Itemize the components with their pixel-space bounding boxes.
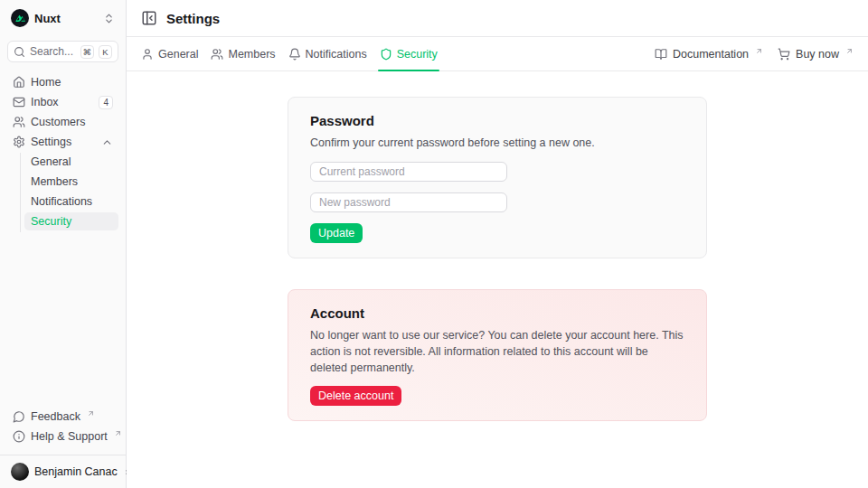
user-icon [141,48,154,61]
account-card-description: No longer want to use our service? You c… [310,327,684,376]
password-card-title: Password [310,113,684,129]
external-link-icon [114,429,122,437]
book-open-icon [655,48,667,61]
documentation-link[interactable]: Documentation [655,47,763,61]
shopping-cart-icon [778,48,790,61]
workspace-selector[interactable]: Nuxt [7,7,118,29]
sidebar-item-settings[interactable]: Settings [7,133,118,151]
users-icon [211,48,223,61]
tab-label: General [158,48,198,61]
content-area: Password Confirm your current password b… [127,71,868,488]
sidebar-item-members[interactable]: Members [24,173,118,191]
sidebar-item-label: Home [31,76,61,89]
panel-left-close-icon [141,10,157,26]
shield-icon [380,48,392,61]
app: Nuxt Search... ⌘ K Home Inbox 4 [0,0,868,488]
workspace-name: Nuxt [34,12,98,25]
feedback-link[interactable]: Feedback [7,408,118,426]
chevrons-up-down-icon [103,13,115,24]
tab-notifications[interactable]: Notifications [288,37,367,70]
footer-item-label: Help & Support [31,430,108,443]
kbd-cmd: ⌘ [80,45,95,59]
sidebar-footer: Feedback Help & Support [0,408,126,451]
search-icon [14,46,25,58]
help-support-link[interactable]: Help & Support [7,427,118,446]
account-card-title: Account [310,305,684,322]
tab-label: Notifications [306,48,367,61]
page-header: Settings [127,0,868,37]
chevron-up-icon [101,136,113,148]
collapse-sidebar-button[interactable] [141,10,157,26]
toolbar-links: Documentation Buy now [655,47,854,61]
kbd-k: K [99,45,112,59]
settings-tabs-bar: General Members Notifications Security D… [127,37,868,71]
tab-members[interactable]: Members [211,37,275,70]
toolbar-link-label: Buy now [796,48,839,61]
external-link-icon [87,409,95,418]
account-card: Account No longer want to use our servic… [288,289,707,420]
search-input[interactable]: Search... ⌘ K [7,41,118,62]
sidebar-item-notifications[interactable]: Notifications [24,192,118,211]
user-menu[interactable]: Benjamin Canac [0,455,126,488]
sidebar-item-general[interactable]: General [24,153,118,171]
sidebar-item-security[interactable]: Security [24,212,118,230]
tab-label: Security [397,48,438,61]
sidebar-item-label: Customers [31,116,85,128]
sidebar-nav: Home Inbox 4 Customers Settings [7,73,118,232]
home-icon [13,76,25,89]
sidebar-item-customers[interactable]: Customers [7,113,118,131]
new-password-field[interactable] [310,192,507,212]
sidebar-item-label: Notifications [31,195,92,208]
sidebar-top: Nuxt Search... ⌘ K Home Inbox 4 [0,0,126,232]
users-icon [13,116,25,128]
sidebar-item-home[interactable]: Home [7,73,118,91]
external-link-icon [755,47,763,55]
tab-label: Members [228,48,275,61]
current-password-field[interactable] [310,162,507,182]
update-password-button[interactable]: Update [310,223,363,243]
main-panel: Settings General Members Notifications S… [127,0,868,488]
inbox-icon [13,96,25,108]
sidebar-item-inbox[interactable]: Inbox 4 [7,93,118,111]
user-name: Benjamin Canac [34,465,118,478]
sidebar-item-label: Members [31,175,78,188]
sidebar-item-label: Security [31,215,71,228]
sidebar-item-label: Inbox [31,96,59,108]
external-link-icon [845,47,854,55]
nuxt-logo-icon [11,9,29,27]
avatar [11,463,29,481]
settings-subnav: General Members Notifications Security [20,153,118,232]
message-circle-icon [13,410,25,423]
sidebar: Nuxt Search... ⌘ K Home Inbox 4 [0,0,127,488]
password-card: Password Confirm your current password b… [288,97,707,258]
buy-now-link[interactable]: Buy now [778,47,854,61]
search-placeholder: Search... [30,45,76,58]
password-card-description: Confirm your current password before set… [310,135,684,151]
page-title: Settings [166,11,220,26]
inbox-count-badge: 4 [99,96,113,109]
info-circle-icon [13,430,25,443]
gear-icon [13,136,25,148]
sidebar-item-label: General [31,155,71,168]
toolbar-link-label: Documentation [673,48,749,61]
tab-general[interactable]: General [141,37,198,70]
footer-item-label: Feedback [31,410,80,423]
tab-security[interactable]: Security [380,37,438,70]
sidebar-item-label: Settings [31,136,71,148]
bell-icon [288,48,301,61]
delete-account-button[interactable]: Delete account [310,386,401,406]
